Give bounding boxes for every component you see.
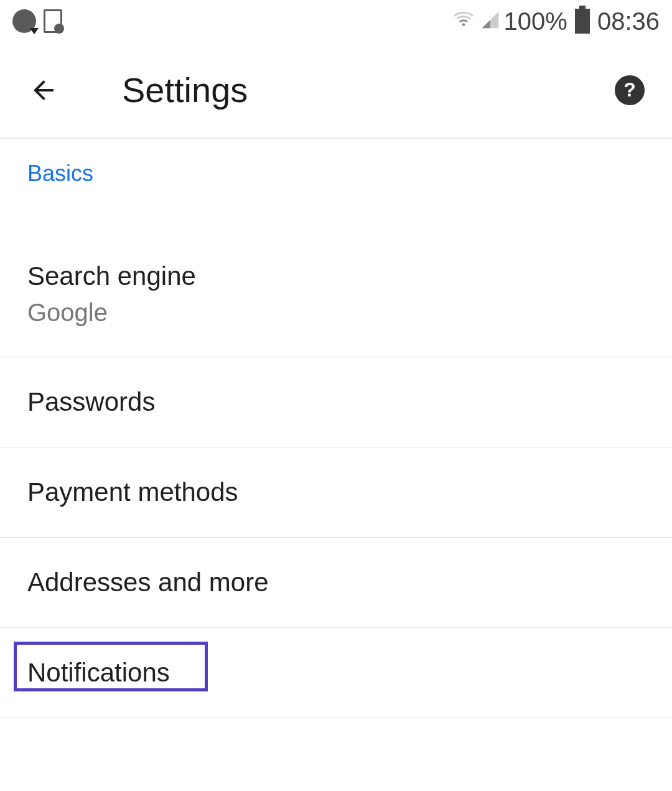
help-button[interactable]: ? — [615, 75, 645, 105]
item-payment-methods[interactable]: Payment methods — [0, 447, 672, 538]
settings-list: Search engine Google Passwords Payment m… — [0, 199, 672, 718]
svg-point-0 — [462, 23, 465, 26]
item-title: Payment methods — [27, 477, 645, 507]
arrow-left-icon — [29, 75, 58, 105]
item-title: Search engine — [27, 261, 645, 291]
back-button[interactable] — [27, 74, 60, 106]
page-title: Settings — [122, 70, 248, 110]
item-subtitle: Google — [27, 299, 645, 327]
app-bar: Settings ? — [0, 42, 672, 139]
item-title: Addresses and more — [27, 568, 645, 597]
item-passwords[interactable]: Passwords — [0, 357, 672, 447]
battery-percent: 100% — [504, 7, 567, 35]
item-title: Passwords — [27, 387, 645, 417]
item-addresses[interactable]: Addresses and more — [0, 538, 672, 628]
signal-icon — [480, 10, 500, 32]
device-sync-icon — [44, 9, 62, 33]
notification-icon — [12, 9, 36, 33]
item-notifications[interactable]: Notifications — [0, 628, 672, 718]
item-search-engine[interactable]: Search engine Google — [0, 199, 672, 357]
help-icon: ? — [623, 78, 636, 101]
status-bar: 100% 08:36 — [0, 0, 672, 42]
clock: 08:36 — [597, 7, 660, 35]
wifi-icon — [450, 9, 477, 34]
status-right: 100% 08:36 — [450, 7, 660, 35]
status-left — [12, 9, 62, 33]
section-label-basics: Basics — [0, 139, 672, 199]
item-title: Notifications — [27, 658, 645, 688]
battery-icon — [575, 9, 590, 34]
